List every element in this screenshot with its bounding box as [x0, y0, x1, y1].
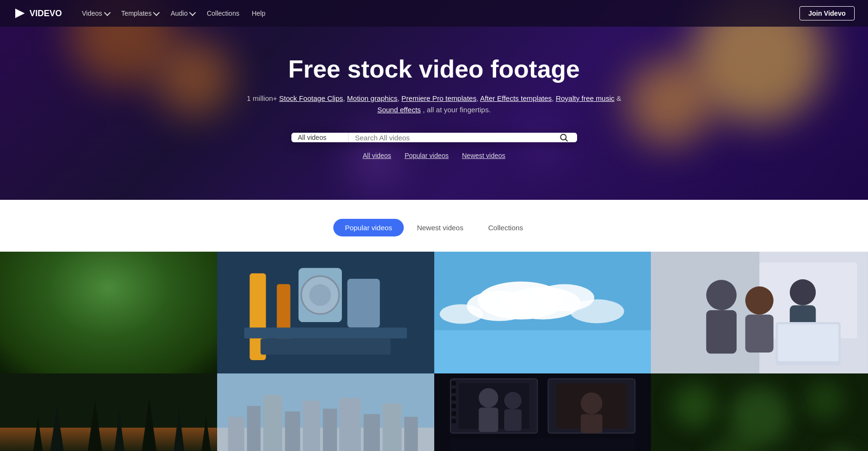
- nav-templates[interactable]: Templates: [117, 7, 163, 20]
- site-logo[interactable]: VIDEVO: [13, 7, 62, 20]
- subtitle-link-premiere[interactable]: Premiere Pro templates: [401, 94, 477, 102]
- play-triangle-icon: [322, 430, 330, 440]
- video-card[interactable]: [0, 373, 217, 451]
- nav-videos[interactable]: Videos: [77, 7, 114, 20]
- content-tabs: Popular videos Newest videos Collections: [0, 219, 868, 236]
- nav-collections[interactable]: Collections: [202, 7, 244, 20]
- subtitle-link-ae[interactable]: After Effects templates: [480, 94, 552, 102]
- hero-section: Free stock video footage 1 million+ Stoc…: [0, 0, 868, 200]
- play-icon: [748, 423, 771, 446]
- video-card[interactable]: 搜狐号@怪木素材: [651, 373, 868, 451]
- video-card[interactable]: [651, 252, 868, 373]
- play-triangle-icon: [539, 430, 547, 440]
- play-triangle-icon: [757, 308, 764, 317]
- subtitle-link-sfx[interactable]: Sound effects: [377, 106, 420, 114]
- play-icon: [531, 423, 554, 446]
- search-link-newest[interactable]: Newest videos: [462, 152, 505, 159]
- play-triangle-icon: [105, 430, 113, 440]
- search-dropdown[interactable]: All videos: [291, 133, 349, 142]
- video-card[interactable]: [217, 252, 434, 373]
- logo-icon: [13, 7, 27, 20]
- play-triangle-icon: [757, 430, 764, 440]
- tab-collections[interactable]: Collections: [477, 219, 534, 236]
- play-icon: [748, 301, 771, 324]
- search-links: All videos Popular videos Newest videos: [363, 152, 506, 159]
- subtitle-suffix: , all at your fingertips.: [423, 106, 491, 114]
- play-icon: [97, 301, 120, 324]
- play-icon: [314, 423, 337, 446]
- play-triangle-icon: [105, 308, 113, 317]
- video-card[interactable]: [434, 373, 651, 451]
- chevron-down-icon: [153, 10, 160, 16]
- nav-links: Videos Templates Audio Collections Help: [77, 7, 799, 20]
- play-triangle-icon: [539, 308, 547, 317]
- play-icon: [314, 301, 337, 324]
- subtitle-link-footage[interactable]: Stock Footage Clips: [279, 94, 343, 102]
- join-button[interactable]: Join Videvo: [799, 6, 855, 20]
- subtitle-prefix: 1 million+: [247, 94, 279, 102]
- search-bar: All videos: [291, 133, 577, 142]
- site-name: VIDEVO: [30, 9, 62, 19]
- video-card[interactable]: [434, 252, 651, 373]
- video-card[interactable]: [0, 252, 217, 373]
- subtitle-link-motion[interactable]: Motion graphics: [347, 94, 398, 102]
- search-input[interactable]: [349, 133, 550, 142]
- search-link-popular[interactable]: Popular videos: [405, 152, 449, 159]
- tab-newest-videos[interactable]: Newest videos: [406, 219, 475, 236]
- chevron-down-icon: [104, 10, 110, 16]
- svg-marker-0: [15, 9, 25, 18]
- play-triangle-icon: [322, 308, 330, 317]
- search-dropdown-label: All videos: [298, 134, 327, 141]
- tab-popular-videos[interactable]: Popular videos: [333, 219, 403, 236]
- svg-line-2: [565, 139, 567, 141]
- play-icon: [531, 301, 554, 324]
- search-link-all[interactable]: All videos: [363, 152, 391, 159]
- subtitle-link-music[interactable]: Royalty free music: [556, 94, 614, 102]
- chevron-down-icon: [190, 10, 196, 16]
- chevron-down-icon: [329, 136, 333, 139]
- hero-title: Free stock video footage: [288, 55, 580, 83]
- nav-help[interactable]: Help: [247, 7, 270, 20]
- video-card[interactable]: [217, 373, 434, 451]
- video-grid: 搜狐号@怪木素材: [0, 252, 868, 451]
- hero-subtitle: 1 million+ Stock Footage Clips, Motion g…: [244, 93, 625, 116]
- search-icon: [559, 133, 569, 142]
- play-icon: [97, 423, 120, 446]
- main-content: Popular videos Newest videos Collections: [0, 200, 868, 451]
- nav-audio[interactable]: Audio: [166, 7, 199, 20]
- search-button[interactable]: [550, 133, 577, 142]
- navbar: VIDEVO Videos Templates Audio Collection…: [0, 0, 868, 27]
